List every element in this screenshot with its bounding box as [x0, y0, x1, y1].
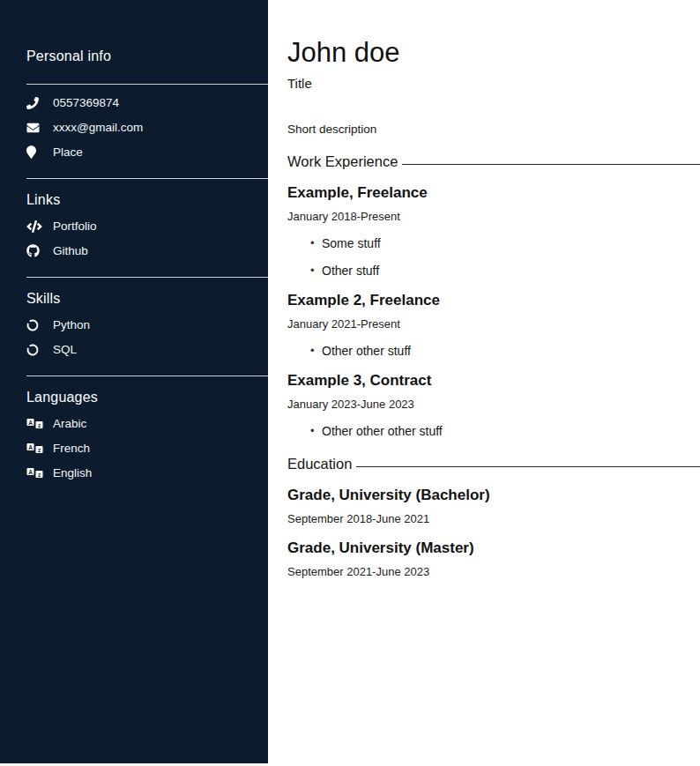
entry-title: Grade, University (Bachelor) — [287, 487, 700, 504]
section-heading-education: Education — [287, 456, 700, 472]
sidebar-heading-skills: Skills — [26, 291, 268, 307]
person-description: Short description — [287, 123, 700, 136]
person-title: Title — [287, 76, 700, 91]
section-education: EducationGrade, University (Bachelor)Sep… — [287, 456, 700, 578]
sidebar-item-label: xxxx@gmail.com — [53, 121, 143, 134]
entry-date: September 2021-June 2023 — [287, 565, 700, 578]
svg-text:A: A — [28, 444, 33, 450]
map-marker-icon — [26, 145, 43, 159]
language-icon: Az — [26, 442, 43, 454]
entry-date: September 2018-June 2021 — [287, 512, 700, 525]
language-icon: Az — [26, 467, 43, 479]
sidebar-section-links: LinksPortfolioGithub — [26, 178, 268, 257]
sidebar-section-languages: LanguagesAzArabicAzFrenchAzEnglish — [26, 376, 268, 480]
entry-bullet-list: Other other stuff — [287, 344, 700, 358]
sidebar: Personal info0557369874xxxx@gmail.comPla… — [0, 0, 268, 763]
sidebar-item-sql: SQL — [26, 343, 268, 356]
sidebar-divider — [26, 178, 268, 179]
sidebar-item-python: Python — [26, 318, 268, 331]
sidebar-item-english: AzEnglish — [26, 466, 268, 480]
sidebar-heading-links: Links — [26, 192, 268, 208]
entry-date: January 2023-June 2023 — [287, 398, 700, 411]
sidebar-item-label: Arabic — [53, 417, 86, 430]
circle-notch-icon — [26, 344, 43, 356]
svg-text:A: A — [28, 420, 33, 426]
entry-date: January 2021-Present — [287, 317, 700, 331]
entry-title: Grade, University (Master) — [287, 539, 700, 557]
section-heading-work-experience: Work Experience — [287, 153, 700, 170]
entry-date: January 2018-Present — [287, 210, 700, 223]
entry-bullet: Other other stuff — [310, 344, 700, 358]
sidebar-heading-languages: Languages — [26, 390, 268, 405]
section-work-experience: Work ExperienceExample, FreelanceJanuary… — [287, 153, 700, 438]
entry-title: Example, Freelance — [287, 184, 700, 202]
sidebar-heading-personal-info: Personal info — [26, 48, 268, 64]
svg-text:A: A — [28, 469, 33, 475]
sidebar-item-label: Place — [53, 145, 83, 159]
sidebar-section-skills: SkillsPythonSQL — [26, 277, 268, 356]
sidebar-item-portfolio[interactable]: Portfolio — [26, 219, 268, 233]
sidebar-item-github[interactable]: Github — [26, 244, 268, 257]
entry-bullet: Other stuff — [310, 264, 700, 278]
sidebar-item-label: English — [53, 466, 92, 480]
envelope-icon — [26, 122, 43, 134]
sidebar-divider — [26, 277, 268, 278]
sidebar-item-label: SQL — [53, 343, 77, 356]
entry-bullet-list: Other other other stuff — [287, 424, 700, 438]
language-icon: Az — [26, 418, 43, 429]
entry-bullet-list: Some stuffOther stuff — [287, 236, 700, 278]
sidebar-item-label: Python — [53, 318, 90, 331]
sidebar-item-arabic: AzArabic — [26, 417, 268, 430]
sidebar-item-label: Portfolio — [53, 219, 97, 233]
main-content: John doe Title Short description Work Ex… — [268, 0, 700, 766]
sidebar-item-french: AzFrench — [26, 442, 268, 455]
sidebar-divider — [26, 376, 268, 376]
sidebar-item-0557369874: 0557369874 — [26, 96, 268, 109]
sidebar-item-label: 0557369874 — [53, 96, 119, 109]
sidebar-item-label: French — [53, 442, 90, 455]
entry-title: Example 2, Freelance — [287, 292, 700, 309]
circle-notch-icon — [26, 319, 43, 331]
sidebar-section-personal-info: Personal info0557369874xxxx@gmail.comPla… — [26, 48, 268, 159]
sidebar-item-label: Github — [53, 244, 88, 257]
sidebar-item-xxxx-gmail-com: xxxx@gmail.com — [26, 121, 268, 134]
code-icon — [26, 220, 43, 233]
phone-icon — [26, 97, 43, 109]
entry-bullet: Some stuff — [310, 236, 700, 250]
entry-bullet: Other other other stuff — [310, 424, 700, 438]
sidebar-divider — [26, 84, 268, 85]
person-name: John doe — [287, 39, 700, 68]
sidebar-item-place: Place — [26, 145, 268, 159]
entry-title: Example 3, Contract — [287, 372, 700, 390]
github-icon — [26, 244, 43, 257]
